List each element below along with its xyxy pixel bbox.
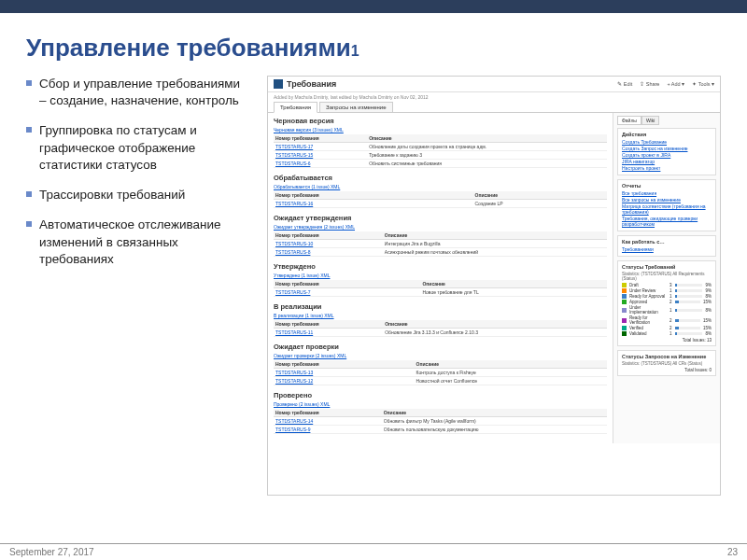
stat-bar [675,327,700,329]
section-link[interactable]: Ожидает утверждения (2 issues) XML [274,224,355,230]
page-meta: Added by Machula Dmitriy, last edited by… [268,92,720,102]
issue-link[interactable]: TSTDSTARUS-12 [275,378,313,384]
table-row: TSTDSTARUS-9Обновить пользовательскую до… [274,426,607,434]
tools-button[interactable]: ✦ Tools ▾ [692,81,714,87]
section-link[interactable]: Проверено (2 issues) XML [274,401,330,407]
status-color-icon [622,300,627,304]
issue-link[interactable]: TSTDSTARUS-16 [275,201,313,206]
col-id: Номер требования [274,360,415,369]
issue-desc: Новостной отчет Confluence [415,377,607,385]
issues-table: Номер требованияОписаниеTSTDSTARUS-7Ново… [274,280,607,297]
jira-logo-icon [274,79,283,89]
stats-subhead: Statistics: (TSTDSTARUS) All CRs (Status… [622,361,712,366]
col-id: Номер требования [274,409,382,417]
stat-name: Approved [629,300,667,304]
report-link[interactable]: Все запросы на изменение [622,197,712,203]
col-desc: Описание [382,409,607,417]
stat-count: 2 [669,318,672,323]
stat-row: Ready for Approval18% [622,294,712,299]
section-link[interactable]: Обрабатывается (1 issue) XML [274,184,340,189]
app-screenshot: Требования ✎ Edit ⇪ Share + Add ▾ ✦ Tool… [267,76,721,496]
report-link[interactable]: Матрица соответствия (требования на треб… [622,203,712,215]
stat-name: Validated [629,331,667,336]
col-desc: Описание [473,191,608,200]
table-row: TSTDSTARUS-16Создание LP [274,200,607,208]
stat-row: Ready for Verification215% [622,315,712,325]
stat-bar [675,332,703,335]
col-id: Номер требования [274,231,383,240]
side-tab-files[interactable]: Файлы [617,116,641,125]
stat-row: Under Review19% [622,288,712,293]
section-title: Утверждено [274,262,607,271]
issue-link[interactable]: TSTDSTARUS-9 [275,427,310,432]
issues-table: Номер требованияОписаниеTSTDSTARUS-13Кон… [274,360,607,385]
stat-count: 3 [669,283,672,287]
stat-bar [675,289,703,292]
table-row: TSTDSTARUS-8Асинхронный режим почтовых о… [274,248,607,257]
table-row: TSTDSTARUS-17Обновление даты создания пр… [274,143,607,151]
action-link[interactable]: JIRA навигатор [622,159,712,164]
stat-count: 1 [669,331,672,336]
report-link[interactable]: Все требования [622,190,712,196]
issue-link[interactable]: TSTDSTARUS-15 [275,152,313,158]
stat-bar [675,319,700,322]
status-cr-panel: Статусы Запросов на Изменение Statistics… [617,350,716,376]
issue-link[interactable]: TSTDSTARUS-11 [275,329,313,335]
sidebar: Файлы Wiki Действия Создать ТребованиеСо… [613,113,720,443]
tab-requirements[interactable]: Требования [274,102,317,113]
bullet-item: Автоматическое отслеживание изменений в … [26,217,250,268]
issue-desc: Новое требование для TL [420,288,607,297]
issue-link[interactable]: TSTDSTARUS-7 [275,289,310,295]
action-link[interactable]: Настроить проект [622,165,712,171]
section-link[interactable]: Черновая версия (3 issues) XML [274,127,344,133]
table-row: TSTDSTARUS-14Обновить фильтр My Tasks (A… [274,417,607,426]
stat-pct: 8% [705,308,712,313]
section-link[interactable]: Утверждено (1 issue) XML [274,273,330,278]
issue-desc: Обновление даты создания проекта на стра… [367,143,607,151]
issue-link[interactable]: TSTDSTARUS-6 [275,161,310,166]
stat-pct: 15% [703,326,712,330]
action-link[interactable]: Создать Требование [622,139,712,145]
section-link[interactable]: В реализации (1 issue) XML [274,313,334,318]
status-color-icon [622,308,627,313]
action-link[interactable]: Создать Запрос на изменение [622,146,712,151]
section-title: Ожидает проверки [274,343,607,351]
issue-link[interactable]: TSTDSTARUS-13 [275,370,313,375]
stat-count: 1 [669,288,672,293]
stat-row: Under Implementation18% [622,305,712,315]
col-desc: Описание [420,280,607,288]
section-sub: Ожидает проверки (2 issues) XML [274,353,607,358]
share-button[interactable]: ⇪ Share [640,81,659,87]
col-desc: Описание [415,360,607,369]
issues-table: Номер требованияОписаниеTSTDSTARUS-14Обн… [274,409,607,434]
issue-link[interactable]: TSTDSTARUS-8 [275,249,310,255]
issues-table: Номер требованияОписаниеTSTDSTARUS-16Соз… [274,191,607,208]
action-link[interactable]: Создать проект в JIRA [622,152,712,158]
side-tab-wiki[interactable]: Wiki [641,116,659,125]
add-button[interactable]: + Add ▾ [667,81,684,87]
col-id: Номер требования [274,280,420,288]
table-row: TSTDSTARUS-6Обновить системные требовани… [274,160,607,168]
howto-panel: Как работать с… Требованиями [617,235,716,257]
stat-pct: 8% [705,331,712,336]
stat-pct: 8% [705,294,712,299]
section-link[interactable]: Ожидает проверки (2 issues) XML [274,353,346,358]
status-color-icon [622,331,627,336]
howto-link[interactable]: Требованиями [622,246,712,252]
tab-change-requests[interactable]: Запросы на изменение [319,102,392,112]
issue-link[interactable]: TSTDSTARUS-10 [275,241,313,246]
main-content: Черновая версияЧерновая версия (3 issues… [268,113,613,443]
issues-table: Номер требованияОписаниеTSTDSTARUS-17Обн… [274,134,607,168]
stat-bar [675,284,703,287]
section-sub: Проверено (2 issues) XML [274,401,607,407]
section-title: В реализации [274,302,607,311]
edit-button[interactable]: ✎ Edit [617,81,632,87]
panel-head: Статусы Требований [622,264,712,270]
table-row: TSTDSTARUS-10Интеграция Jira и Bugzilla [274,240,607,248]
issue-link[interactable]: TSTDSTARUS-17 [275,144,313,149]
issue-link[interactable]: TSTDSTARUS-14 [275,418,313,424]
issues-table: Номер требованияОписаниеTSTDSTARUS-10Инт… [274,231,607,257]
report-link[interactable]: Требования, ожидающие проверки разработч… [622,216,712,227]
section-sub: Обрабатывается (1 issue) XML [274,184,607,189]
stats-subhead: Statistics: (TSTDSTARUS) All Requirement… [622,272,712,281]
